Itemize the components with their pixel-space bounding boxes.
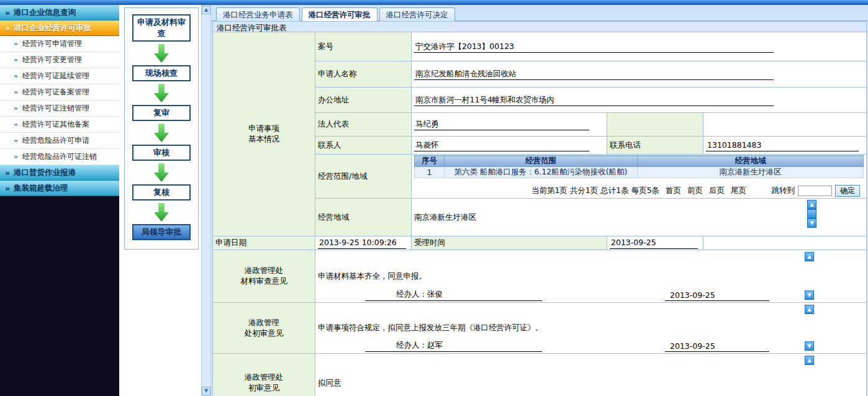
sidebar-item-label: 港口企业信息查询 [14,7,76,18]
approval-form-table: 申请事项 基本情况 案号 宁交港许字【2013】00123 申请人名称 南京纪发… [212,32,867,396]
area-value[interactable]: 南京港新生圩港区 [414,212,864,223]
section-label-line1: 申请事项 [215,124,312,134]
scope-row-no: 1 [415,167,445,178]
pagination-prev-link[interactable]: 前页 [687,186,703,196]
sidebar-item-dangerous-goods-apply[interactable]: » 经营危险品许可申请 [0,133,119,149]
applicant-value[interactable]: 南京纪发船舶清仓残油回收站 [414,68,774,80]
tab-bar: 港口经营业务申请表 港口经营许可审批 港口经营许可决定 [211,5,868,21]
scroll-up-icon[interactable]: ▲ [807,200,816,209]
flow-step-leader-approval[interactable]: 局领导审批 [132,224,191,240]
tab-license-approval[interactable]: 港口经营许可审批 [302,7,377,21]
case-no-value[interactable]: 宁交港许字【2013】00123 [414,41,774,53]
menu-group-icon: » [5,168,10,178]
opinion3-label-line1: 港政管理处 [215,372,312,383]
sidebar-item-license-change-mgmt[interactable]: » 经营许可变更管理 [0,52,119,68]
down-arrow-icon [154,163,169,182]
scroll-down-icon[interactable]: ▼ [805,290,814,300]
sidebar-item-label: 经营危险品许可证注销 [22,151,97,162]
scope-col-no-header: 序号 [415,156,445,167]
process-flow-panel: 申请及材料审查 现场核查 复审 审核 复核 局领导审批 [124,7,199,250]
scope-row-area: 南京港新生圩港区 [637,167,863,178]
phone-value[interactable]: 13101881483 [706,140,859,151]
opinion1-handler: 经办人：张俊 [365,289,542,301]
empty-cell [703,113,867,137]
scroll-down-icon[interactable]: ▼ [202,387,210,395]
sidebar-filler [0,196,119,396]
apply-date-value[interactable]: 2013-9-25 10:09:26 [318,237,406,249]
pagination-first-link[interactable]: 首页 [666,186,681,196]
sidebar-item-label: 经营许可证其他备案 [22,119,89,130]
flow-step-re-review[interactable]: 复审 [132,105,191,121]
sidebar: » 港口企业信息查询 » 港口企业经营许可审批 » 经营许可申请管理 » 经营许… [0,5,119,396]
opinion2-label-line1: 港政管理 [215,318,312,328]
jump-to-label: 跳转到 [772,186,795,196]
vertical-scrollbar[interactable]: ▲ ▼ [201,5,211,396]
jump-page-input[interactable] [798,186,832,196]
scroll-thumb[interactable] [807,209,816,218]
process-flow-column: 申请及材料审查 现场核查 复审 审核 复核 局领导审批 [119,5,201,396]
opinion1-content[interactable]: 申请材料基本齐全，同意申报。 [318,271,864,282]
pagination-next-link[interactable]: 后页 [709,186,725,196]
office-address-value[interactable]: 南京市新河一村11号4幢郑和农贸市场内 [414,94,774,106]
section-label-line2: 基本情况 [215,134,312,145]
pagination-last-link[interactable]: 尾页 [731,186,746,196]
opinion3-content[interactable]: 拟同意 [318,378,864,389]
scope-area-label: 经营范围/地域 [315,155,412,199]
menu-sub-icon: » [14,120,18,128]
sidebar-item-license-cancel-mgmt[interactable]: » 经营许可证注销管理 [0,101,119,117]
applicant-label: 申请人名称 [315,61,412,88]
legal-rep-label: 法人代表 [315,113,412,137]
flow-step-site-check[interactable]: 现场核查 [132,65,191,81]
scroll-down-icon[interactable]: ▼ [807,218,816,228]
flow-step-application-review[interactable]: 申请及材料审查 [132,14,191,42]
sidebar-item-license-approval-group[interactable]: » 港口企业经营许可审批 [0,20,119,36]
opinion1-label-line2: 材料审查意见 [215,276,312,287]
legal-rep-value[interactable]: 马纪勇 [414,119,589,130]
sidebar-item-dangerous-goods-cancel[interactable]: » 经营危险品许可证注销 [0,149,119,165]
opinion3-label-line2: 初审意见 [215,383,312,394]
office-address-label: 办公地址 [315,88,412,113]
main-content: 港口经营业务申请表 港口经营许可审批 港口经营许可决定 港口经营许可审批表 申请… [211,5,868,396]
sidebar-item-license-apply-mgmt[interactable]: » 经营许可申请管理 [0,36,119,52]
scroll-down-icon[interactable]: ▼ [805,341,814,351]
down-arrow-icon [154,124,169,142]
sidebar-item-container-overload[interactable]: » 集装箱超载治理 [0,181,119,196]
menu-group-icon: » [5,184,10,193]
opinion2-content[interactable]: 申请事项符合规定，拟同意上报发放三年期《港口经营许可证》。 [318,323,864,333]
scroll-up-icon[interactable]: ▲ [805,356,814,365]
scroll-up-icon[interactable]: ▲ [805,252,814,261]
accept-time-value[interactable]: 2013-09-25 [610,237,698,249]
sidebar-item-label: 经营许可证备案管理 [22,87,89,97]
tab-license-decision[interactable]: 港口经营许可决定 [379,7,455,21]
flow-step-recheck[interactable]: 复核 [132,184,191,200]
top-banner [0,0,868,5]
sidebar-item-label: 经营许可变更管理 [22,55,82,65]
empty-cell [703,236,867,250]
empty-green-cell [607,113,703,137]
sidebar-item-label: 港口普货作业报港 [14,168,76,178]
menu-sub-icon: » [14,40,18,48]
scroll-up-icon[interactable]: ▲ [202,6,210,14]
sidebar-item-label: 经营许可证延续管理 [22,71,89,81]
sidebar-item-license-other-record[interactable]: » 经营许可证其他备案 [0,117,119,133]
sidebar-item-label: 经营危险品许可申请 [22,135,89,146]
sidebar-item-license-record-mgmt[interactable]: » 经营许可证备案管理 [0,84,119,101]
contact-value[interactable]: 马菱怀 [414,140,589,151]
opinion2-handler: 经办人：赵军 [365,340,542,352]
menu-sub-icon: » [14,104,18,112]
jump-confirm-button[interactable]: 确定 [835,185,860,197]
sidebar-item-cargo-report[interactable]: » 港口普货作业报港 [0,165,119,181]
menu-sub-icon: » [14,137,18,145]
sidebar-item-port-enterprise-info[interactable]: » 港口企业信息查询 [0,5,119,20]
opinion1-label-line1: 港政管理处 [215,266,312,276]
down-arrow-icon [154,203,169,222]
down-arrow-icon [154,84,169,102]
sidebar-item-license-renewal-mgmt[interactable]: » 经营许可证延续管理 [0,68,119,84]
scope-table-row[interactable]: 1 第六类 船舶港口服务：6.12船舶污染物接收(船舶) 南京港新生圩港区 [415,167,864,178]
accept-time-label: 受理时间 [412,236,607,250]
scroll-up-icon[interactable]: ▲ [805,305,814,314]
area-mini-scrollbar[interactable]: ▲ ▼ [807,200,816,228]
down-arrow-icon [154,44,169,63]
tab-business-application-form[interactable]: 港口经营业务申请表 [216,7,300,21]
flow-step-audit[interactable]: 审核 [132,145,191,161]
